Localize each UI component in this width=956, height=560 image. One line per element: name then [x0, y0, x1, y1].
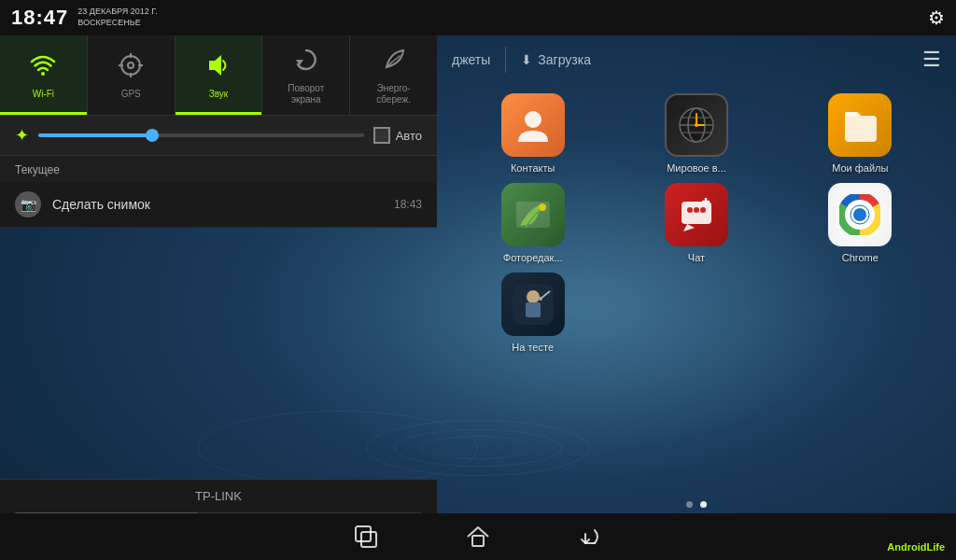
gps-label: GPS [121, 89, 141, 100]
svg-point-0 [41, 72, 45, 76]
download-section: ⬇ Загрузка [521, 52, 591, 67]
photo-editor-label: Фоторедак... [503, 252, 563, 263]
notification-text: Сделать снимок [52, 197, 383, 212]
svg-rect-22 [687, 207, 693, 213]
svg-rect-35 [356, 526, 371, 541]
page-dots [437, 496, 956, 513]
svg-point-17 [695, 123, 698, 127]
app-world-clock[interactable]: Мировое в... [619, 93, 773, 174]
brightness-icon: ✦ [15, 125, 29, 146]
app-contacts[interactable]: Контакты [456, 93, 610, 174]
brightness-fill [38, 133, 152, 137]
wifi-network-name: TP-LINK [0, 480, 437, 512]
contacts-label: Контакты [511, 162, 555, 174]
svg-point-19 [539, 203, 546, 211]
svg-rect-23 [694, 207, 699, 213]
status-bar: 18:47 23 ДЕКАБРЯ 2012 Г. ВОСКРЕСЕНЬЕ ⚙ [0, 0, 956, 35]
world-clock-label: Мировое в... [667, 162, 726, 174]
notification-time: 18:43 [394, 198, 422, 211]
quick-toggles-bar: Wi-Fi GPS [0, 35, 437, 116]
auto-brightness-toggle[interactable]: Авто [373, 127, 422, 144]
status-time: 18:47 [11, 6, 68, 30]
brand-name: Android [887, 541, 926, 553]
page-dot-2[interactable] [700, 501, 707, 508]
status-date-line2: ВОСКРЕСЕНЬЕ [77, 18, 157, 29]
notifications-header: Текущее [0, 156, 437, 182]
desktop-topbar: джеты ⬇ Загрузка ☰ [437, 35, 956, 84]
my-files-icon [828, 93, 892, 157]
chat-label: Чат [688, 252, 705, 263]
wifi-icon [28, 52, 58, 85]
topbar-divider [505, 47, 506, 73]
game-icon [501, 273, 565, 336]
gps-icon [118, 52, 144, 85]
svg-point-2 [128, 63, 134, 68]
svg-rect-32 [526, 302, 541, 317]
auto-checkbox[interactable] [373, 127, 390, 144]
svg-point-34 [539, 297, 542, 301]
chat-icon [665, 183, 728, 246]
svg-marker-21 [683, 224, 695, 231]
back-button[interactable] [571, 518, 609, 555]
app-photo-editor[interactable]: Фоторедак... [456, 183, 610, 263]
nav-buttons [347, 518, 609, 555]
svg-rect-36 [361, 532, 376, 547]
nav-bar: AndroidLife [0, 513, 956, 560]
svg-point-1 [121, 56, 140, 75]
menu-icon[interactable]: ☰ [922, 48, 941, 72]
app-chrome[interactable]: Chrome [783, 183, 937, 263]
sound-label: Звук [209, 89, 229, 100]
svg-rect-24 [700, 207, 706, 213]
page-dot-1[interactable] [686, 501, 693, 508]
eco-label: Энерго-сбереж. [376, 83, 411, 105]
apps-grid: Контакты Мировое в... [437, 84, 956, 496]
app-game[interactable]: На тесте [456, 273, 610, 353]
world-clock-icon [665, 93, 728, 157]
chrome-label: Chrome [842, 252, 879, 263]
toggle-sound[interactable]: Звук [176, 35, 263, 115]
brightness-slider[interactable] [38, 133, 364, 137]
home-button[interactable] [459, 518, 497, 555]
app-my-files[interactable]: Мои файлы [783, 93, 937, 174]
svg-point-9 [525, 111, 541, 128]
brightness-row: ✦ Авто [0, 116, 437, 156]
toggle-gps[interactable]: GPS [88, 35, 176, 115]
toggle-wifi[interactable]: Wi-Fi [0, 35, 88, 115]
eco-icon [381, 47, 407, 79]
game-label: На тесте [512, 342, 554, 353]
my-files-label: Мои файлы [832, 162, 888, 174]
app-chat[interactable]: Чат [619, 183, 773, 263]
brand-suffix: Life [926, 541, 945, 553]
notification-panel: Wi-Fi GPS [0, 35, 437, 228]
download-label: Загрузка [538, 52, 591, 67]
brightness-thumb [146, 129, 159, 142]
rotate-icon [293, 47, 319, 79]
svg-marker-7 [209, 55, 221, 76]
status-date-line1: 23 ДЕКАБРЯ 2012 Г. [77, 7, 157, 18]
brand-logo: AndroidLife [887, 541, 945, 553]
photo-editor-icon [501, 183, 565, 246]
toggle-eco[interactable]: Энерго-сбереж. [350, 35, 437, 115]
toggle-rotate[interactable]: Поворотэкрана [262, 35, 350, 115]
status-date: 23 ДЕКАБРЯ 2012 Г. ВОСКРЕСЕНЬЕ [77, 7, 157, 28]
desktop-area: джеты ⬇ Загрузка ☰ Контакты [437, 35, 956, 513]
contacts-icon [501, 93, 565, 157]
recent-apps-button[interactable] [347, 518, 385, 555]
svg-point-31 [527, 290, 540, 303]
download-icon: ⬇ [521, 52, 532, 67]
status-right-icons: ⚙ [928, 7, 945, 29]
chrome-icon [828, 183, 892, 246]
sound-icon [205, 52, 232, 85]
wifi-label: Wi-Fi [33, 89, 54, 100]
svg-point-29 [853, 208, 866, 221]
rotate-label: Поворотэкрана [288, 83, 324, 105]
settings-gear-icon[interactable]: ⚙ [928, 7, 945, 29]
svg-rect-37 [472, 536, 484, 546]
notification-item[interactable]: 📷 Сделать снимок 18:43 [0, 182, 437, 228]
widgets-label: джеты [452, 52, 490, 67]
notification-app-icon: 📷 [15, 191, 41, 217]
auto-label: Авто [396, 129, 422, 143]
